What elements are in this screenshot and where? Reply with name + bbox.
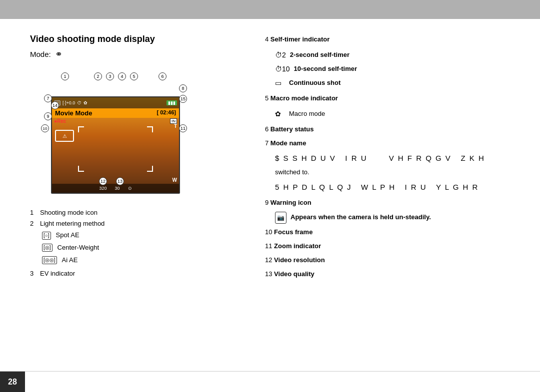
- callout-3: 3: [106, 72, 114, 80]
- item-12: 12 Video resolution: [265, 255, 510, 266]
- screen-rec: ●Rec: [54, 118, 66, 124]
- movie-mode-icon: ⚭: [55, 48, 62, 59]
- item-5: 5 Macro mode indicator: [265, 93, 510, 104]
- callout-6: 6: [158, 72, 166, 80]
- self-timer-2s: ⏱2 2-second self-timer: [275, 48, 510, 62]
- item-11: 11 Zoom indicator: [265, 241, 510, 252]
- callout-5: 5: [130, 72, 138, 80]
- ai-ae: [◎◎] Ai AE: [42, 254, 245, 267]
- callout-15: 15: [179, 95, 187, 103]
- item-6: 6 Battery status: [265, 124, 510, 135]
- screen-ev: [·]+0.0: [62, 100, 75, 105]
- macro-mode: ✿ Macro mode: [275, 107, 510, 121]
- ai-ae-label: Ai AE: [62, 254, 78, 267]
- callout-14: 14: [51, 101, 59, 109]
- center-weight-icon: [◎]: [42, 244, 52, 252]
- legend-item-3: 3 EV indicator: [30, 268, 245, 279]
- screen-bottom-bar: 320 30 ⊙: [52, 184, 179, 193]
- screen-top-bar: ⚭ [·]+0.0 ⏱ ✿ ▮▮▮: [52, 97, 179, 108]
- self-timer-2s-icon: ⏱2: [275, 48, 286, 62]
- callout-13: 13: [116, 177, 124, 185]
- item-7: 7 Mode name: [265, 138, 510, 149]
- screen-mode-label: Movie Mode [ 02:46]: [52, 108, 179, 118]
- metering-sub-list: [○] Spot AE [◎] Center-Weight [◎◎] Ai AE: [42, 229, 245, 266]
- page-number: 28: [0, 372, 25, 392]
- item-10: 10 Focus frame: [265, 227, 510, 238]
- continuous-shot-icon: ▭: [275, 76, 285, 90]
- screen-resolution: 320: [99, 186, 106, 191]
- encoded-text-2: 5 H P D L Q L Q J W L P H I R U Y L G H …: [275, 181, 510, 194]
- camera-diagram: ⚭ [·]+0.0 ⏱ ✿ ▮▮▮ Movie Mode [ 02:46] ●R…: [30, 67, 190, 202]
- legend-item-2: 2 Light metering method: [30, 218, 245, 229]
- self-timer-sub: ⏱2 2-second self-timer ⏱10 10-second sel…: [275, 48, 510, 90]
- self-timer-10s-icon: ⏱10: [275, 62, 290, 76]
- warning-camera-icon: 📷: [275, 212, 286, 224]
- spot-ae-label: Spot AE: [56, 229, 80, 242]
- macro-label: Macro mode: [289, 107, 325, 120]
- self-timer-10s-label: 10-second self-timer: [294, 62, 357, 75]
- left-column: Video shooting mode display Mode: ⚭ ⚭ [·…: [30, 34, 245, 283]
- callout-10: 10: [41, 124, 49, 132]
- callout-7: 7: [44, 94, 52, 102]
- spot-ae-icon: [○]: [42, 232, 51, 240]
- callout-2: 2: [94, 72, 102, 80]
- camera-screen: ⚭ [·]+0.0 ⏱ ✿ ▮▮▮ Movie Mode [ 02:46] ●R…: [51, 96, 180, 194]
- spot-ae: [○] Spot AE: [42, 229, 245, 242]
- self-timer-10s: ⏱10 10-second self-timer: [275, 62, 510, 76]
- mode-line: Mode: ⚭: [30, 48, 245, 59]
- mode-label: Mode:: [30, 50, 51, 58]
- center-weight: [◎] Center-Weight: [42, 242, 245, 254]
- legend-list-left-2: 3 EV indicator: [30, 268, 245, 279]
- self-timer-2s-label: 2-second self-timer: [290, 48, 350, 61]
- right-column: 4 Self-timer indicator ⏱2 2-second self-…: [265, 34, 510, 283]
- warning-sub: 📷 Appears when the camera is held un-ste…: [275, 212, 510, 224]
- zoom-t: T: [174, 123, 177, 129]
- screen-battery: ▮▮▮: [166, 100, 177, 105]
- footer: 28: [0, 371, 540, 392]
- callout-12: 12: [99, 177, 107, 185]
- macro-sub: ✿ Macro mode: [275, 107, 510, 121]
- callout-9: 9: [44, 112, 52, 120]
- screen-time: [ 02:46]: [156, 109, 176, 117]
- item-13: 13 Video quality: [265, 269, 510, 280]
- screen-mode-name: Movie Mode: [55, 109, 92, 117]
- top-bar: [0, 0, 540, 19]
- callout-1: 1: [61, 72, 69, 80]
- screen-quality-icon: ⊙: [128, 186, 132, 191]
- item-4: 4 Self-timer indicator: [265, 34, 510, 45]
- callout-11: 11: [179, 124, 187, 132]
- zoom-w: W: [172, 177, 177, 183]
- macro-icon: ✿: [275, 107, 285, 121]
- ai-ae-icon: [◎◎]: [42, 256, 57, 264]
- switched-to: switched to.: [275, 167, 510, 178]
- center-weight-label: Center-Weight: [58, 242, 100, 254]
- callout-8: 8: [179, 84, 187, 92]
- continuous-shot: ▭ Continuous shot: [275, 76, 510, 90]
- screen-warning-icon: ⚠: [55, 130, 74, 142]
- page-title: Video shooting mode display: [30, 34, 245, 44]
- callout-4: 4: [118, 72, 126, 80]
- legend-list-left: 1 Shooting mode icon 2 Light metering me…: [30, 207, 245, 229]
- screen-macro: ✿: [84, 100, 88, 105]
- continuous-shot-label: Continuous shot: [289, 76, 340, 89]
- screen-selftimer: ⏱: [77, 100, 82, 105]
- warning-text: Appears when the camera is held un-stead…: [290, 212, 431, 223]
- encoded-text-1: $ S S H D U V I R U V H F R Q G V Z K H: [275, 152, 510, 165]
- focus-frame: [78, 126, 153, 172]
- item-9: 9 Warning icon: [265, 197, 510, 208]
- screen-quality: 30: [115, 186, 120, 191]
- legend-item-1: 1 Shooting mode icon: [30, 207, 245, 218]
